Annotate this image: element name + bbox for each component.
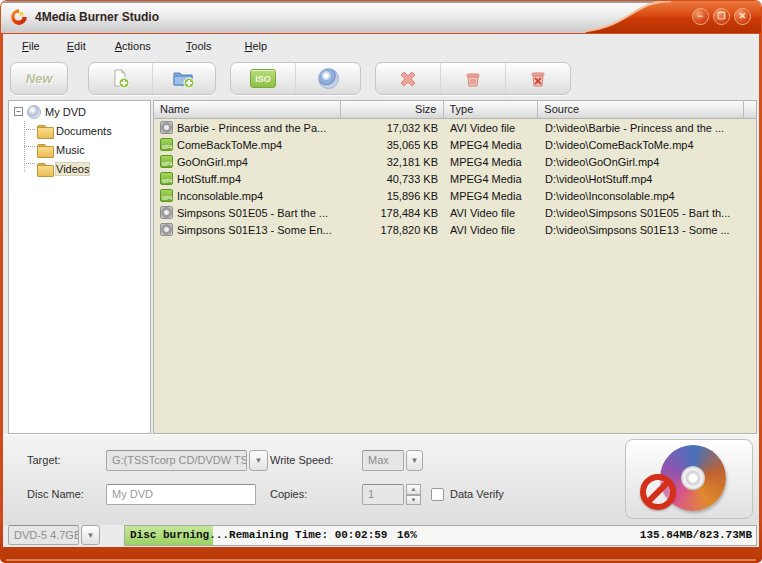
progress-size-text: 135.84MB/823.73MB bbox=[640, 529, 752, 541]
status-bar: DVD-5 4.7GB ▼ Disc burning...Remaining T… bbox=[3, 525, 759, 547]
tree-root-my-dvd[interactable]: − My DVD bbox=[9, 103, 150, 120]
column-header-filler bbox=[744, 101, 756, 118]
write-speed-select[interactable]: Max bbox=[362, 450, 404, 471]
copies-increment-button[interactable]: ▲ bbox=[406, 484, 421, 495]
write-speed-dropdown-arrow[interactable]: ▼ bbox=[406, 450, 423, 471]
remove-x-icon bbox=[397, 68, 419, 90]
table-row[interactable]: GoOnGirl.mp4 32,181 KB MPEG4 Media D:\vi… bbox=[154, 153, 756, 170]
file-size: 32,181 KB bbox=[341, 156, 444, 168]
file-type-icon bbox=[160, 223, 173, 236]
file-type-icon bbox=[160, 206, 173, 219]
target-dropdown-arrow[interactable]: ▼ bbox=[249, 450, 268, 471]
file-name: GoOnGirl.mp4 bbox=[177, 156, 248, 168]
new-compilation-button[interactable]: New bbox=[11, 63, 67, 94]
table-row[interactable]: Simpsons S01E13 - Some En... 178,820 KB … bbox=[154, 221, 756, 238]
media-type-dropdown-arrow[interactable]: ▼ bbox=[81, 525, 100, 545]
maximize-icon: ❐ bbox=[717, 12, 725, 21]
cancel-burn-button[interactable] bbox=[625, 439, 753, 519]
folder-icon bbox=[37, 163, 52, 175]
app-logo-icon bbox=[10, 8, 28, 26]
add-iso-button[interactable]: ISO bbox=[231, 63, 295, 94]
target-label: Target: bbox=[27, 450, 61, 471]
file-type: MPEG4 Media bbox=[444, 190, 539, 202]
burn-settings-panel: Target: G:(TSSTcorp CD/DVDW TS-H652 ▼ Wr… bbox=[3, 434, 759, 525]
file-source: D:\video\Barbie - Princess and the ... bbox=[539, 122, 745, 134]
tree-item-label: Videos bbox=[56, 163, 89, 175]
copies-decrement-button[interactable]: ▼ bbox=[406, 495, 421, 506]
file-type-icon bbox=[160, 189, 173, 202]
tree-item-videos[interactable]: Videos bbox=[9, 160, 150, 177]
progress-percent: 16% bbox=[397, 529, 417, 541]
file-type: AVI Video file bbox=[444, 207, 539, 219]
tree-item-documents[interactable]: Documents bbox=[9, 122, 150, 139]
data-verify-checkbox[interactable] bbox=[431, 488, 444, 501]
remaining-time-text: Remaining Time: 00:02:59 bbox=[229, 529, 387, 541]
tree-expander-icon[interactable]: − bbox=[14, 107, 23, 116]
column-header-type[interactable]: Type bbox=[444, 101, 539, 118]
write-speed-label: Write Speed: bbox=[270, 450, 333, 471]
file-name: Barbie - Princess and the Pa... bbox=[177, 122, 326, 134]
maximize-button[interactable]: ❐ bbox=[713, 8, 730, 25]
file-size: 15,896 KB bbox=[341, 190, 444, 202]
column-header-size[interactable]: Size bbox=[341, 101, 444, 118]
column-header-name[interactable]: Name bbox=[154, 101, 341, 118]
column-header-source[interactable]: Source bbox=[538, 101, 744, 118]
file-type: AVI Video file bbox=[444, 224, 539, 236]
menu-actions[interactable]: Actions bbox=[107, 36, 159, 56]
file-type: MPEG4 Media bbox=[444, 173, 539, 185]
target-select[interactable]: G:(TSSTcorp CD/DVDW TS-H652 bbox=[106, 450, 247, 471]
file-type-icon bbox=[160, 172, 173, 185]
file-type-icon bbox=[160, 121, 173, 134]
dvd-disc-icon bbox=[27, 105, 41, 119]
remove-selected-button[interactable] bbox=[376, 63, 440, 94]
burn-disc-button[interactable] bbox=[295, 63, 360, 94]
file-type: MPEG4 Media bbox=[444, 139, 539, 151]
file-size: 40,733 KB bbox=[341, 173, 444, 185]
menu-file[interactable]: File bbox=[14, 36, 48, 56]
file-type-icon bbox=[160, 155, 173, 168]
menu-help[interactable]: Help bbox=[237, 36, 276, 56]
file-size: 35,065 KB bbox=[341, 139, 444, 151]
delete-button[interactable] bbox=[440, 63, 505, 94]
title-bar: 4Media Burner Studio − ❐ ✕ bbox=[1, 1, 761, 33]
app-window: 4Media Burner Studio − ❐ ✕ File Edit Act… bbox=[0, 0, 762, 563]
menu-edit[interactable]: Edit bbox=[59, 36, 94, 56]
table-row[interactable]: Inconsolable.mp4 15,896 KB MPEG4 Media D… bbox=[154, 187, 756, 204]
close-button[interactable]: ✕ bbox=[734, 8, 751, 25]
table-row[interactable]: ComeBackToMe.mp4 35,065 KB MPEG4 Media D… bbox=[154, 136, 756, 153]
file-source: D:\video\GoOnGirl.mp4 bbox=[539, 156, 745, 168]
copies-stepper[interactable]: 1 bbox=[362, 484, 404, 505]
file-source: D:\video\HotStuff.mp4 bbox=[539, 173, 745, 185]
copies-label: Copies: bbox=[270, 484, 307, 505]
table-row[interactable]: Simpsons S01E05 - Bart the ... 178,484 K… bbox=[154, 204, 756, 221]
minimize-button[interactable]: − bbox=[692, 8, 709, 25]
add-folder-button[interactable] bbox=[152, 63, 216, 94]
burn-progress-bar: Disc burning...Remaining Time: 00:02:59 … bbox=[124, 525, 757, 546]
add-file-icon bbox=[109, 68, 131, 90]
tree-item-music[interactable]: Music bbox=[9, 141, 150, 158]
burning-status-text: Disc burning... bbox=[130, 529, 229, 541]
file-type-icon bbox=[160, 138, 173, 151]
file-size: 17,032 KB bbox=[341, 122, 444, 134]
table-row[interactable]: Barbie - Princess and the Pa... 17,032 K… bbox=[154, 119, 756, 136]
file-source: D:\video\Simpsons S01E05 - Bart th... bbox=[539, 207, 745, 219]
disc-icon bbox=[318, 68, 339, 89]
folder-icon bbox=[37, 125, 52, 137]
new-label: New bbox=[26, 71, 53, 86]
table-row[interactable]: HotStuff.mp4 40,733 KB MPEG4 Media D:\vi… bbox=[154, 170, 756, 187]
file-name: HotStuff.mp4 bbox=[177, 173, 241, 185]
file-type: MPEG4 Media bbox=[444, 156, 539, 168]
file-name: ComeBackToMe.mp4 bbox=[177, 139, 282, 151]
add-file-button[interactable] bbox=[89, 63, 152, 94]
clear-all-button[interactable] bbox=[505, 63, 570, 94]
close-icon: ✕ bbox=[739, 12, 747, 21]
disc-name-input[interactable]: My DVD bbox=[106, 484, 256, 505]
file-name: Inconsolable.mp4 bbox=[177, 190, 263, 202]
menu-tools[interactable]: Tools bbox=[178, 36, 220, 56]
media-type-select[interactable]: DVD-5 4.7GB bbox=[8, 525, 79, 545]
file-source: D:\video\Inconsolable.mp4 bbox=[539, 190, 745, 202]
toolbar: New bbox=[3, 58, 759, 100]
window-body: File Edit Actions Tools Help New bbox=[3, 34, 759, 547]
trash-icon bbox=[462, 68, 484, 90]
tree-item-label: Music bbox=[56, 144, 85, 156]
